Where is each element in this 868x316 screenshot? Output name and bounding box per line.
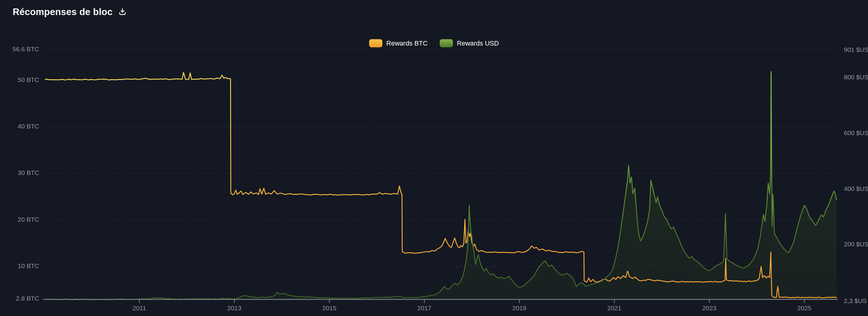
- y-axis-label-right: 2,3 $US: [844, 297, 867, 304]
- y-axis-label-right: 800 $US: [844, 73, 868, 81]
- rewards-chart-canvas[interactable]: 2011201320152017201920212023202556.6 BTC…: [0, 0, 868, 316]
- y-axis-label-left: 40 BTC: [18, 123, 39, 130]
- x-axis-label: 2013: [227, 305, 242, 312]
- y-axis-label-right: 901 $US: [844, 46, 868, 53]
- y-axis-label-left: 50 BTC: [18, 76, 39, 83]
- y-axis-label-left: 30 BTC: [18, 169, 39, 176]
- y-axis-label-right: 200 $US: [844, 241, 868, 248]
- x-axis-label: 2015: [322, 305, 337, 312]
- x-axis-label: 2017: [417, 305, 432, 312]
- y-axis-label-left: 2.8 BTC: [16, 295, 39, 302]
- y-axis-label-left: 56.6 BTC: [12, 45, 39, 53]
- y-axis-label-left: 10 BTC: [18, 262, 39, 269]
- x-axis-label: 2019: [513, 305, 527, 312]
- y-axis-label-right: 400 $US: [844, 185, 868, 192]
- x-axis-label: 2025: [798, 305, 812, 312]
- x-axis-label: 2023: [703, 305, 717, 312]
- y-axis-label-left: 20 BTC: [18, 216, 39, 223]
- block-rewards-panel: Récompenses de bloc Rewards BTC Rewards …: [0, 0, 868, 316]
- y-axis-label-right: 600 $US: [844, 129, 868, 136]
- x-axis-label: 2021: [608, 305, 622, 312]
- x-axis-label: 2011: [132, 305, 146, 312]
- rewards-btc-line: [45, 72, 837, 298]
